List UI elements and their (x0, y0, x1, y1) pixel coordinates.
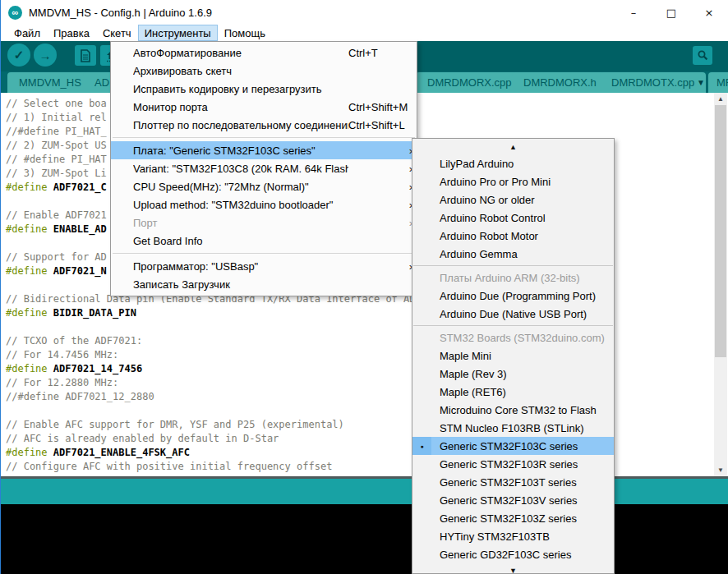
menu-item-label: Записать Загрузчик (133, 278, 348, 291)
board-item[interactable]: Generic STM32F103Z series (412, 509, 614, 527)
board-item[interactable]: Maple Mini (412, 347, 614, 365)
board-item[interactable]: STM Nucleo F103RB (STLink) (412, 419, 614, 437)
board-item-label: Generic STM32F103Z series (431, 512, 577, 525)
scrollbar-thumb[interactable] (715, 105, 726, 357)
board-item[interactable]: Microduino Core STM32 to Flash (412, 401, 614, 419)
tab-DMRDMORX.h[interactable]: DMRDMORX.h (512, 72, 608, 93)
board-item[interactable]: Generic STM32F103T series (412, 473, 614, 491)
board-item-label: Generic STM32F103V series (431, 494, 578, 507)
board-item-label: Arduino NG or older (431, 194, 535, 206)
window-title: MMDVM_HS - Config.h | Arduino 1.6.9 (29, 7, 212, 19)
serial-monitor-button[interactable] (693, 46, 712, 65)
menubar-item-скетч[interactable]: Скетч (96, 25, 138, 41)
tab-MMDVM_HS[interactable]: MMDVM_HS (7, 72, 93, 93)
tools-menu-item[interactable]: CPU Speed(MHz): "72Mhz (Normal)"› (111, 177, 417, 195)
code-keyword: #define (6, 307, 53, 319)
board-item-label: STM Nucleo F103RB (STLink) (431, 422, 584, 434)
tools-menu-item[interactable]: Архивировать скетч (111, 62, 417, 80)
tab-partial[interactable]: MRD (708, 72, 728, 93)
board-item[interactable]: Arduino NG or older (412, 191, 614, 209)
board-item[interactable]: Arduino Gemma (412, 245, 614, 263)
board-item-label: HYTiny STM32F103TB (431, 530, 550, 543)
tools-menu-item[interactable]: АвтоФорматированиеCtrl+T (111, 44, 417, 62)
submenu-scroll-up-icon[interactable]: ▲ (412, 140, 614, 154)
code-comment: // Configure AFC with positive initial f… (6, 461, 332, 472)
menu-item-label: Get Board Info (133, 235, 348, 247)
board-item-label: LilyPad Arduino (431, 158, 514, 170)
scrollbar-down-arrow[interactable]: ▼ (714, 464, 727, 476)
board-item[interactable]: Maple (RET6) (412, 383, 614, 401)
close-button[interactable]: × (690, 0, 728, 25)
tools-menu-item[interactable]: Исправить кодировку и перезагрузить (111, 80, 417, 98)
board-item[interactable]: Arduino Due (Programming Port) (412, 287, 614, 305)
board-item[interactable]: Maple (Rev 3) (412, 365, 614, 383)
tools-menu-item[interactable]: Программатор: "USBasp"› (111, 257, 417, 275)
menubar: ФайлПравкаСкетчИнструментыПомощь (1, 25, 728, 41)
tools-menu-item[interactable]: Get Board Info (111, 232, 417, 250)
menu-item-shortcut: Ctrl+Shift+M (348, 101, 408, 113)
menu-item-shortcut: Ctrl+T (348, 47, 378, 59)
tab-DMRDMOTX.cpp[interactable]: DMRDMOTX.cpp (600, 72, 706, 93)
board-item-label: STM32 Boards (STM32duino.com) (431, 332, 605, 344)
new-sketch-button[interactable] (75, 45, 96, 66)
code-comment: // 1) Initial rel (6, 112, 107, 123)
code-comment: // 3) ZUM-Spot Li (6, 168, 107, 179)
tab-DMRDMORX.cpp[interactable]: DMRDMORX.cpp (416, 72, 523, 93)
menubar-item-файл[interactable]: Файл (7, 25, 47, 41)
tools-menu-item[interactable]: Монитор портаCtrl+Shift+M (111, 98, 417, 116)
board-item-label: Maple (Rev 3) (431, 368, 507, 380)
board-item[interactable]: Arduino Due (Native USB Port) (412, 305, 614, 323)
tools-menu-item[interactable]: Variant: "STM32F103C8 (20k RAM. 64k Flas… (111, 159, 417, 177)
board-item[interactable]: Generic STM32F103R series (412, 455, 614, 473)
code-line: // For 14.7456 MHz: (6, 348, 728, 362)
code-line: // AFC is already enabled by default in … (6, 432, 728, 446)
arrow-right-icon: → (39, 48, 52, 62)
scrollbar-up-arrow[interactable]: ▲ (714, 93, 727, 105)
tools-menu-item[interactable]: Плата: "Generic STM32F103C series"› (111, 141, 417, 159)
board-item[interactable]: Arduino Pro or Pro Mini (412, 172, 614, 191)
board-item: Платы Arduino ARM (32-bits) (412, 269, 614, 287)
tab-overflow-button[interactable]: ▼ (694, 72, 707, 93)
menu-item-label: Архивировать скетч (133, 65, 348, 77)
board-submenu: ▲LilyPad ArduinoArduino Pro or Pro MiniA… (412, 138, 615, 574)
board-item[interactable]: HYTiny STM32F103TB (412, 527, 614, 545)
editor-scrollbar[interactable]: ▲ ▼ (714, 93, 727, 476)
tools-menu-item[interactable]: Записать Загрузчик (111, 275, 417, 293)
code-line: // For 12.2880 MHz: (6, 376, 728, 390)
board-item[interactable]: Generic STM32F103V series (412, 491, 614, 509)
board-item[interactable]: ●Generic STM32F103C series (412, 437, 614, 455)
board-item-label: Maple Mini (431, 350, 491, 362)
verify-button[interactable]: ✓ (7, 44, 30, 67)
tools-menu-item[interactable]: Upload method: "STM32duino bootloader"› (111, 195, 417, 214)
board-item-label: Generic STM32F103R series (431, 458, 578, 471)
arduino-ide-window: ∞ MMDVM_HS - Config.h | Arduino 1.6.9 – … (0, 0, 728, 574)
board-item-label: Generic GD32F103C series (431, 549, 571, 561)
menubar-item-правка[interactable]: Правка (47, 25, 96, 41)
board-item[interactable]: Arduino Robot Motor (412, 227, 614, 245)
menu-separator (113, 253, 415, 254)
code-macro-name: BIDIR_DATA_PIN (53, 307, 136, 319)
code-comment: //#define PI_HAT_ (6, 126, 107, 137)
board-item[interactable]: Generic GD32F103C series (412, 545, 614, 563)
submenu-scroll-down-icon[interactable]: ▼ (412, 563, 614, 574)
board-item-label: Arduino Gemma (431, 248, 518, 260)
code-macro-name: ADF7021_ENABLE_4FSK_AFC (53, 447, 190, 458)
tools-menu-item[interactable]: Плоттер по последовательному соединениюC… (111, 116, 417, 134)
menubar-item-помощь[interactable]: Помощь (218, 25, 272, 41)
minimize-button[interactable]: – (615, 0, 652, 25)
menu-item-label: Программатор: "USBasp" (133, 260, 348, 273)
board-item[interactable]: Arduino Robot Control (412, 209, 614, 227)
board-item-label: Arduino Pro or Pro Mini (431, 176, 551, 188)
menu-item-label: Плоттер по последовательному соединению (133, 119, 348, 131)
upload-button[interactable]: → (34, 44, 57, 67)
code-line: #define BIDIR_DATA_PIN (6, 306, 728, 320)
board-item[interactable]: LilyPad Arduino (412, 154, 614, 172)
code-comment: // For 12.2880 MHz: (6, 377, 118, 388)
code-keyword: #define (6, 181, 53, 193)
board-item-label: Arduino Due (Programming Port) (431, 290, 596, 302)
menubar-item-инструменты[interactable]: Инструменты (138, 25, 218, 41)
code-keyword: #define (6, 447, 53, 458)
menu-item-label: Плата: "Generic STM32F103C series" (133, 145, 348, 157)
tools-menu: АвтоФорматированиеCtrl+TАрхивировать ске… (110, 41, 417, 296)
maximize-button[interactable]: □ (652, 0, 690, 25)
